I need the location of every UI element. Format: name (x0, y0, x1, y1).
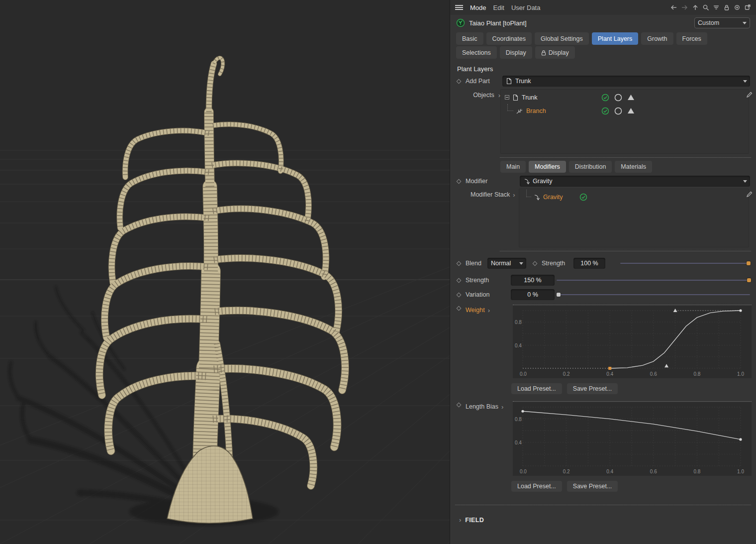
subtab-main[interactable]: Main (500, 161, 526, 173)
modifier-dropdown[interactable]: Gravity (520, 176, 750, 187)
tree-row-branch[interactable]: Branch (501, 104, 749, 117)
blend-mode-dropdown[interactable]: Normal (487, 258, 526, 269)
hamburger-menu-icon[interactable] (455, 4, 463, 10)
save-preset-button[interactable]: Save Preset... (567, 481, 618, 492)
svg-text:1.0: 1.0 (737, 371, 744, 377)
attribute-menubar: Mode Edit User Data (450, 0, 756, 15)
external-link-icon[interactable] (744, 4, 751, 11)
collapse-expander-icon[interactable] (505, 95, 509, 100)
svg-text:0.4: 0.4 (515, 440, 522, 445)
tab-global-settings[interactable]: Global Settings (535, 32, 589, 45)
expand-chevron-icon[interactable]: › (459, 516, 461, 524)
section-title: Plant Layers (457, 65, 756, 73)
strength-slider[interactable] (557, 277, 750, 284)
subtab-modifiers[interactable]: Modifiers (529, 161, 566, 173)
length-bias-curve-editor[interactable]: 0.00.20.40.60.81.00.40.8 (513, 401, 752, 476)
visibility-circle-icon[interactable] (614, 107, 622, 115)
search-icon[interactable] (702, 4, 709, 11)
keyframe-diamond[interactable] (457, 179, 462, 184)
blend-strength-slider[interactable] (620, 260, 750, 267)
forward-arrow-icon[interactable] (681, 4, 688, 11)
tree-row-trunk[interactable]: Trunk (501, 91, 749, 104)
tree-item-name[interactable]: Branch (526, 108, 546, 114)
objects-label: Objects (473, 92, 494, 99)
keyframe-diamond[interactable] (457, 278, 462, 283)
variation-field[interactable]: 0 % (511, 289, 555, 300)
render-triangle-icon[interactable] (627, 108, 635, 114)
menu-mode[interactable]: Mode (470, 4, 486, 11)
expand-chevron-icon[interactable]: › (501, 403, 503, 411)
tab-plant-layers[interactable]: Plant Layers (592, 32, 638, 45)
3d-viewport[interactable] (0, 0, 450, 544)
render-triangle-icon[interactable] (627, 94, 635, 101)
tree-item-name[interactable]: Trunk (522, 94, 538, 101)
keyframe-diamond[interactable] (457, 306, 462, 311)
blend-row: Blend Normal Strength 100 % (450, 257, 756, 269)
subtab-distribution[interactable]: Distribution (569, 161, 612, 173)
svg-text:0.6: 0.6 (650, 371, 657, 377)
up-arrow-icon[interactable] (692, 4, 699, 11)
keyframe-diamond[interactable] (457, 403, 462, 408)
svg-text:0.2: 0.2 (563, 371, 570, 377)
svg-text:0.8: 0.8 (693, 371, 700, 377)
edit-pencil-icon[interactable] (746, 191, 753, 198)
load-preset-button[interactable]: Load Preset... (511, 481, 562, 492)
objects-block: Objects › Trunk Branch (450, 89, 756, 154)
variation-slider[interactable] (557, 291, 750, 298)
add-part-label: Add Part (466, 78, 498, 85)
edit-pencil-icon[interactable] (746, 91, 753, 99)
enabled-check-icon[interactable] (601, 107, 609, 115)
length-bias-label: Length Bias (466, 403, 498, 410)
lock-icon[interactable] (723, 4, 730, 11)
tree-model[interactable] (99, 58, 345, 523)
svg-text:1.0: 1.0 (737, 469, 744, 474)
length-bias-preset-buttons: Load Preset... Save Preset... (450, 481, 756, 492)
tab-display[interactable]: Display (500, 46, 532, 59)
enabled-check-icon[interactable] (579, 193, 587, 201)
filter-icon[interactable] (713, 4, 720, 11)
add-part-dropdown[interactable]: Trunk (502, 76, 750, 87)
save-preset-button[interactable]: Save Preset... (567, 383, 618, 394)
keyframe-diamond[interactable] (533, 261, 538, 266)
weight-parameter: Weight › 0.00.20.40.60.81.00.40.8 (450, 305, 756, 378)
dotted-separator (500, 251, 751, 251)
svg-text:0.6: 0.6 (650, 469, 657, 474)
svg-text:0.8: 0.8 (693, 469, 700, 474)
stack-item-name[interactable]: Gravity (543, 194, 563, 201)
tab-display-locked[interactable]: Display (535, 46, 575, 59)
tab-selections[interactable]: Selections (456, 46, 497, 59)
layer-subtabs: Main Modifiers Distribution Materials (450, 161, 756, 173)
weight-curve-editor[interactable]: 0.00.20.40.60.81.00.40.8 (513, 305, 752, 378)
load-preset-button[interactable]: Load Preset... (511, 383, 562, 394)
keyframe-diamond[interactable] (457, 79, 462, 84)
dotted-separator (455, 505, 751, 505)
visibility-circle-icon[interactable] (614, 94, 622, 102)
expand-chevron-icon[interactable]: › (513, 191, 515, 199)
menu-user-data[interactable]: User Data (511, 4, 541, 11)
target-icon[interactable] (734, 4, 741, 11)
objects-tree: Trunk Branch (500, 89, 749, 154)
preset-dropdown[interactable]: Custom (694, 17, 750, 28)
add-part-value: Trunk (515, 78, 531, 85)
tab-coordinates[interactable]: Coordinates (486, 32, 532, 45)
svg-text:0.0: 0.0 (520, 371, 527, 377)
blend-strength-field[interactable]: 100 % (573, 258, 605, 269)
tab-basic[interactable]: Basic (456, 32, 483, 45)
variation-label: Variation (466, 291, 507, 298)
tab-forces[interactable]: Forces (676, 32, 707, 45)
expand-chevron-icon[interactable]: › (488, 307, 490, 314)
back-arrow-icon[interactable] (670, 4, 677, 11)
tab-growth[interactable]: Growth (641, 32, 673, 45)
keyframe-diamond[interactable] (457, 292, 462, 297)
svg-text:0.8: 0.8 (515, 320, 522, 325)
stack-row-gravity[interactable]: Gravity (519, 191, 749, 204)
modifier-stack-list: Gravity (519, 189, 749, 247)
subtab-materials[interactable]: Materials (615, 161, 652, 173)
chevron-down-icon (743, 22, 747, 24)
menu-edit[interactable]: Edit (493, 4, 504, 11)
enabled-check-icon[interactable] (601, 94, 609, 102)
strength-field[interactable]: 150 % (511, 275, 555, 286)
keyframe-diamond[interactable] (457, 261, 462, 266)
lock-icon (541, 50, 546, 56)
field-section-header[interactable]: › FIELD (450, 512, 756, 524)
